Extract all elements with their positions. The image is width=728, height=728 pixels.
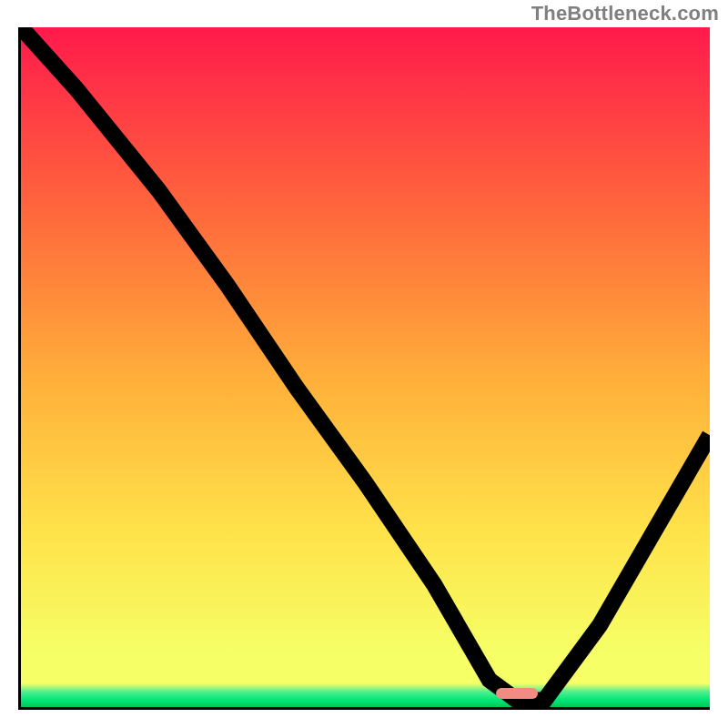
chart-frame: TheBottleneck.com bbox=[0, 0, 728, 728]
curve-svg bbox=[21, 27, 710, 707]
optimal-marker bbox=[496, 688, 537, 699]
watermark-text: TheBottleneck.com bbox=[531, 2, 719, 25]
plot-area bbox=[18, 27, 710, 710]
bottleneck-curve-path bbox=[21, 27, 710, 701]
